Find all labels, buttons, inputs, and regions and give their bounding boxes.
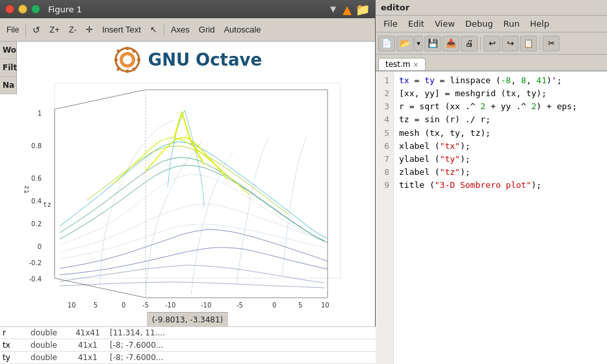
editor-toolbar: 📄 📂 ▼ 💾 📥 🖨 ↩ ↪ 📋 ✂ [376,32,607,55]
menu-file[interactable]: File [378,18,403,30]
table-row[interactable]: r double 41x41 [11.314, 11.... [0,327,376,339]
autoscale-label: Autoscale [224,25,261,34]
svg-text:10: 10 [68,302,76,309]
line-num-9: 9 [380,179,389,192]
svg-text:-5: -5 [237,302,243,309]
svg-text:0.6: 0.6 [31,175,42,182]
minimize-button[interactable] [18,5,27,14]
file-menu-button[interactable]: File [3,23,23,36]
editor-menubar: File Edit View Debug Run Help [376,16,607,32]
title-dropdown-icon[interactable]: ▼ [330,5,336,14]
code-str: "3-D Sombrero plot" [435,180,532,190]
undo-button[interactable]: ↩ [484,36,500,51]
svg-rect-8 [116,49,120,53]
maximize-button[interactable] [31,5,40,14]
axes-button[interactable]: Axes [167,23,194,36]
insert-text-button[interactable]: Insert Text [98,23,145,36]
code-area[interactable]: 1 2 3 4 5 6 7 8 9 tx = ty = linspace (-8… [376,72,607,364]
var-class-r: double [19,328,68,337]
tab-close-button[interactable]: × [413,61,419,68]
line-numbers: 1 2 3 4 5 6 7 8 9 [376,72,394,364]
editor-title: editor [376,0,607,16]
line-num-2: 2 [380,87,389,100]
sidebar-panel: Wo Filt Na [0,42,17,94]
menu-run[interactable]: Run [498,18,525,30]
new-file-button[interactable]: 📄 [378,36,395,51]
svg-rect-5 [114,58,118,61]
table-row[interactable]: ty double 41x1 [-8; -7.6000... [0,352,376,364]
octave-logo-icon [113,46,142,74]
code-num: -8 [501,75,511,85]
save-as-button[interactable]: 📥 [443,36,459,51]
open-file-button[interactable]: 📂 [396,36,413,51]
var-dim-tx: 41x1 [68,341,107,350]
coordinates-display: (-9.8013, -3.3481) [152,315,224,324]
pan-button[interactable]: ✛ [82,23,97,36]
svg-text:5: 5 [94,302,97,309]
zoom-in-button[interactable]: Z+ [45,23,64,36]
var-name-ty: ty [0,353,19,362]
code-editor[interactable]: tx = ty = linspace (-8, 8, 41)'; [xx, yy… [394,72,607,364]
autoscale-button[interactable]: Autoscale [220,23,265,36]
editor-panel: editor File Edit View Debug Run Help 📄 📂… [376,0,607,364]
line-num-7: 7 [380,153,389,166]
table-row[interactable]: tx double 41x1 [-8; -7.6000... [0,339,376,352]
grid-button[interactable]: Grid [195,23,219,36]
toolbar-separator-2 [164,23,164,36]
code-num: 8 [521,75,526,85]
sidebar-item-filter[interactable]: Filt [0,59,16,77]
tab-label: test.m [385,60,411,69]
save-file-button[interactable]: 💾 [424,36,441,51]
pan-icon: ✛ [86,25,93,34]
code-keyword: tx [399,75,409,85]
code-num: 41 [536,75,547,85]
svg-text:10: 10 [321,302,329,309]
svg-rect-3 [126,47,129,50]
reset-button[interactable]: ↺ [29,23,44,36]
tab-test-m[interactable]: test.m × [378,58,426,70]
figure-status: (-9.8013, -3.3481) [147,312,229,326]
copy-button[interactable]: 📋 [520,36,537,51]
nav-folder-icon[interactable]: 📁 [355,3,370,16]
menu-debug[interactable]: Debug [460,18,498,30]
nav-up-icon[interactable]: ▲ [342,3,352,16]
cut-button[interactable]: ✂ [543,36,560,51]
menu-edit[interactable]: Edit [403,18,430,30]
print-button[interactable]: 🖨 [461,36,478,51]
zoom-out-label: Z- [69,25,77,34]
octave-logo-text: GNU Octave [148,50,262,70]
svg-text:-0.2: -0.2 [29,259,42,266]
svg-text:0: 0 [37,243,41,250]
svg-text:0: 0 [122,302,125,309]
workspace-table: r double 41x41 [11.314, 11.... tx double… [0,326,376,364]
close-button[interactable] [5,5,14,14]
svg-text:0.8: 0.8 [31,142,42,150]
plot-area[interactable]: tz tz 1 0.8 0.6 0.4 0.2 0 -0.2 -0.4 10 5… [0,75,375,312]
reset-icon: ↺ [32,25,40,34]
open-dropdown[interactable]: ▼ [414,36,423,51]
var-class-ty: double [19,353,68,362]
redo-button[interactable]: ↪ [502,36,519,51]
sidebar-item-name[interactable]: Na [0,77,16,94]
var-val-tx: [-8; -7.6000... [107,341,376,350]
line-num-3: 3 [380,100,389,113]
var-class-tx: double [19,341,68,350]
line-num-4: 4 [380,113,389,126]
line-num-8: 8 [380,166,389,179]
zoom-out-button[interactable]: Z- [65,23,81,36]
insert-text-label: Insert Text [102,25,141,34]
sidebar-item-workspace[interactable]: Wo [0,42,16,59]
var-dim-ty: 41x1 [68,353,107,362]
octave-logo: GNU Octave [113,46,262,74]
menu-help[interactable]: Help [525,18,555,30]
svg-text:tz: tz [43,200,51,209]
menu-view[interactable]: View [430,18,460,30]
svg-text:0.4: 0.4 [31,198,42,205]
tab-bar: test.m × [376,55,607,72]
svg-text:0: 0 [272,302,276,309]
svg-text:1: 1 [37,110,41,117]
code-str: "tz" [440,167,460,177]
svg-text:-10: -10 [165,302,175,309]
svg-text:-0.4: -0.4 [29,276,42,283]
pointer-button[interactable]: ↖ [146,23,161,36]
